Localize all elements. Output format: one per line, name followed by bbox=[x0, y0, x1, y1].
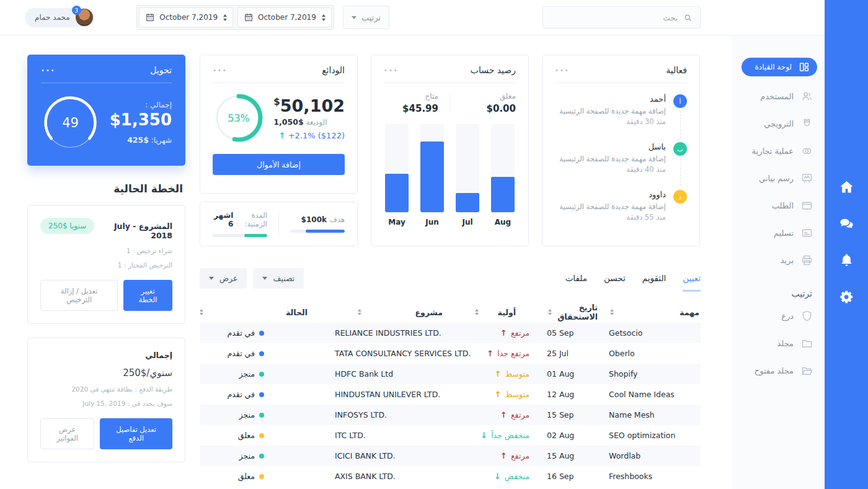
avatar: ب bbox=[673, 142, 687, 156]
avatar: د bbox=[673, 190, 687, 204]
column-header-1[interactable]: تاريخ الاستحقاق bbox=[539, 303, 609, 321]
card-menu-icon[interactable]: ••• bbox=[41, 67, 56, 74]
goal-block: هدف$100k bbox=[289, 215, 346, 233]
task-cell: Freshbooks bbox=[609, 472, 701, 481]
activity-item-2: دداوودإضافة مهمة جديدة للصفحة الرئيسيةمن… bbox=[555, 190, 687, 222]
home-icon[interactable] bbox=[838, 179, 855, 195]
table-row[interactable]: Wordlab15 Augمرتفع↑ICICI BANK LTD.منجز bbox=[200, 446, 701, 466]
table-row[interactable]: Name Mesh15 Sepمرتفع↑INFOSYS LTD.منجز bbox=[200, 405, 701, 425]
total-value: $1,350 bbox=[110, 110, 172, 129]
tab-3[interactable]: ملفات bbox=[565, 273, 587, 292]
sort-dropdown[interactable]: ترتيب bbox=[343, 6, 389, 29]
status-label: معلق bbox=[238, 472, 255, 481]
column-header-3[interactable]: مشروع bbox=[326, 308, 475, 317]
arrow-up-icon: ↑ bbox=[279, 131, 286, 140]
arrow-up-icon: ↑ bbox=[495, 390, 502, 399]
user-chip[interactable]: 3 محمد حمام bbox=[25, 8, 94, 27]
card-menu-icon[interactable]: ••• bbox=[213, 67, 228, 74]
date-from-input[interactable]: October 7,2019 bbox=[139, 7, 233, 27]
sort-icon[interactable] bbox=[200, 309, 203, 316]
task-cell: Wordlab bbox=[609, 451, 701, 460]
sort-icon[interactable] bbox=[358, 309, 361, 316]
filter-button-0[interactable]: تصنيف bbox=[253, 268, 304, 289]
tab-0[interactable]: تعيين bbox=[683, 273, 701, 292]
balance-card-title: رصيد حساب bbox=[471, 65, 516, 75]
filter-button-1[interactable]: عرض bbox=[200, 268, 247, 289]
status-cell: في تقدم bbox=[200, 349, 326, 358]
sidebar-item-0[interactable]: لوحة القيادة bbox=[742, 58, 817, 76]
due-date-cell: 15 Aug bbox=[539, 451, 609, 460]
status-dot-icon bbox=[259, 392, 264, 397]
deposits-card: الودائع ••• $50,102 الوديعة $1,050 ↑ +2.… bbox=[200, 55, 358, 194]
ring-value: 49 bbox=[41, 93, 100, 152]
status-dot-icon bbox=[259, 474, 264, 479]
status-dot-icon bbox=[259, 413, 264, 418]
sidebar-item-3[interactable]: عملية تجارية bbox=[732, 137, 825, 164]
license-card: المشروع - July 2018 سنويا $250 شراء ترخي… bbox=[27, 205, 185, 324]
priority-label: متوسط bbox=[505, 369, 529, 379]
bell-icon[interactable] bbox=[838, 252, 855, 269]
arrow-up-icon: ↑ bbox=[500, 328, 507, 338]
card-menu-icon[interactable]: ••• bbox=[384, 67, 399, 74]
window-icon bbox=[800, 199, 813, 212]
change-plan-button[interactable]: تغيير الخطة bbox=[123, 280, 172, 311]
chat-icon[interactable] bbox=[838, 215, 855, 232]
date-stepper[interactable] bbox=[223, 14, 227, 21]
folder-icon bbox=[800, 337, 813, 350]
sidebar-item-6[interactable]: تسليم bbox=[732, 219, 825, 246]
table-row[interactable]: Shopify01 Augمتوسط↑HDFC Bank Ltdمنجز bbox=[200, 364, 701, 384]
sort-icon[interactable] bbox=[548, 309, 552, 316]
priority-label: مرتفع bbox=[511, 410, 529, 419]
view-invoices-button[interactable]: عرض الفواتير bbox=[40, 418, 94, 449]
project-cell: HINDUSTAN UNILEVER LTD. bbox=[326, 390, 475, 399]
priority-label: منخفض جداً bbox=[491, 431, 529, 440]
column-header-0[interactable]: مهمة bbox=[609, 308, 701, 317]
balance-bar-chart: MayJunJulAug bbox=[384, 117, 516, 227]
sidebar-item-5[interactable]: الطلب bbox=[732, 192, 825, 219]
table-row[interactable]: Freshbooks16 Sepمنخفض↓AXIS BANK LTD.معلق bbox=[200, 466, 701, 487]
calendar-icon bbox=[244, 12, 254, 22]
sidebar-item-7[interactable]: بريد bbox=[732, 246, 825, 274]
available-block: متاح $45.99 bbox=[384, 92, 438, 114]
card-menu-icon[interactable]: ••• bbox=[555, 67, 570, 74]
sidebar-section-item-1[interactable]: مجلد bbox=[732, 330, 825, 357]
duration-block: المدة الزمنية:اشهر 6 bbox=[211, 211, 268, 237]
priority-cell: منخفض جداً↓ bbox=[475, 431, 539, 440]
available-value: $45.99 bbox=[384, 103, 438, 114]
arrow-up-icon: ↑ bbox=[500, 410, 507, 419]
status-cell: معلق bbox=[200, 472, 326, 481]
sidebar-section-item-2[interactable]: مجلد مفتوح bbox=[732, 357, 825, 384]
bar-label: Jul bbox=[456, 218, 479, 227]
table-row[interactable]: Getsocio05 Sepمرتفع↑RELIANCE INDUSTRIES … bbox=[200, 323, 701, 343]
column-label: أولية bbox=[498, 308, 516, 317]
sidebar-section-item-0[interactable]: درع bbox=[732, 302, 825, 330]
search-input[interactable] bbox=[551, 12, 679, 23]
table-row[interactable]: Cool Name Ideas12 Augمتوسط↑HINDUSTAN UNI… bbox=[200, 384, 701, 405]
activity-user-name: داوود bbox=[555, 190, 666, 199]
sort-icon[interactable] bbox=[610, 309, 615, 316]
tab-2[interactable]: تحسن bbox=[604, 273, 626, 292]
duration-label: المدة الزمنية: bbox=[236, 211, 267, 228]
sidebar-item-1[interactable]: المستخدم bbox=[732, 83, 825, 110]
tasks-table: مهمةتاريخ الاستحقاقأوليةمشروعالحالة Gets… bbox=[200, 302, 701, 487]
gear-icon[interactable] bbox=[838, 289, 855, 305]
add-funds-button[interactable]: إضافة الأموال bbox=[213, 154, 345, 175]
column-header-2[interactable]: أولية bbox=[475, 308, 539, 317]
column-header-4[interactable]: الحالة bbox=[200, 308, 326, 317]
table-row[interactable]: SEO optimization02 Augمنخفض جداً↓ITC LTD… bbox=[200, 425, 701, 446]
due-date-cell: 02 Aug bbox=[539, 431, 609, 440]
chevron-down-icon bbox=[262, 277, 267, 280]
status-label: منجز bbox=[239, 369, 255, 379]
date-stepper[interactable] bbox=[322, 14, 326, 21]
sort-dropdown-label: ترتيب bbox=[361, 13, 381, 22]
sidebar-item-4[interactable]: رسم بياني bbox=[732, 164, 825, 192]
sort-icon[interactable] bbox=[475, 309, 479, 316]
search-box[interactable] bbox=[542, 6, 701, 29]
priority-cell: مرتفع جدا↑ bbox=[475, 349, 539, 358]
edit-payment-details-button[interactable]: تعديل تفاصيل الدفع bbox=[100, 418, 172, 449]
tab-1[interactable]: التقويم bbox=[642, 273, 666, 292]
sidebar-item-2[interactable]: الترويجي bbox=[732, 110, 825, 137]
date-to-input[interactable]: October 7,2019 bbox=[237, 7, 332, 27]
edit-remove-license-button[interactable]: تعديل / إزالة الترخيص bbox=[40, 280, 118, 311]
table-row[interactable]: Oberlo25 Julمرتفع جدا↑TATA CONSULTANCY S… bbox=[200, 343, 701, 364]
